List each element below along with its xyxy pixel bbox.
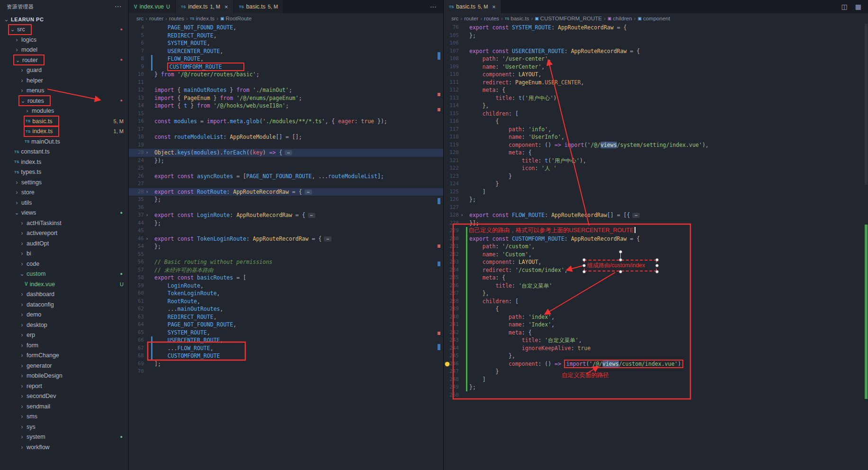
code-line-26[interactable]: 26export const asyncRoutes = [PAGE_NOT_F… bbox=[129, 172, 443, 181]
tree-item-index-ts[interactable]: TSindex.ts1, M bbox=[0, 127, 128, 137]
code-line-121[interactable]: 121 title: t('用户中心'), bbox=[444, 157, 868, 165]
code-line-20[interactable]: 20›Object.keys(modules).forEach((key) =>… bbox=[129, 149, 443, 157]
code-line-244[interactable]: 244 ignoreKeepAlive: true bbox=[444, 344, 868, 352]
code-line-69[interactable]: 69]; bbox=[129, 360, 443, 368]
code-line-44[interactable]: 44}; bbox=[129, 219, 443, 227]
breadcrumb-item-rootroute[interactable]: ▣RootRoute bbox=[220, 16, 252, 21]
tree-item-index-vue[interactable]: Vindex.vueU bbox=[0, 279, 128, 289]
tree-item-model[interactable]: ›model bbox=[0, 45, 128, 55]
code-line-45[interactable]: 45 bbox=[129, 227, 443, 235]
code-line-246[interactable]: 246 component: () => import('/@/views/cu… bbox=[444, 360, 868, 368]
breadcrumb-item-src[interactable]: src bbox=[136, 16, 143, 21]
code-line-115[interactable]: 115 children: [ bbox=[444, 110, 868, 118]
code-editor-left[interactable]: 4 PAGE_NOT_FOUND_ROUTE,5 REDIRECT_ROUTE,… bbox=[129, 24, 443, 470]
breadcrumb-item-router[interactable]: router bbox=[464, 16, 478, 21]
close-icon[interactable]: × bbox=[224, 4, 228, 10]
tree-item-modules[interactable]: ›modules bbox=[0, 106, 128, 117]
code-line-113[interactable]: 113 title: t('用户中心') bbox=[444, 94, 868, 102]
tree-item-constant-ts[interactable]: TSconstant.ts bbox=[0, 147, 128, 157]
code-line-12[interactable]: 12import { mainOutRoutes } from './mainO… bbox=[129, 86, 443, 94]
code-line-10[interactable]: 10} from '/@/router/routes/basic'; bbox=[129, 71, 443, 79]
code-line-58[interactable]: 58export const basicRoutes = [ bbox=[129, 274, 443, 282]
code-line-19[interactable]: 19 bbox=[129, 141, 443, 149]
code-line-15[interactable]: 15 bbox=[129, 110, 443, 118]
code-line-230[interactable]: 230export const CUSTOMFORM_ROUTE: AppRou… bbox=[444, 235, 868, 243]
code-line-54[interactable]: 54}; bbox=[129, 243, 443, 251]
explorer-more-actions-icon[interactable]: ⋯ bbox=[115, 2, 122, 11]
code-line-25[interactable]: 25 bbox=[129, 164, 443, 172]
tree-item-views[interactable]: ⌄views● bbox=[0, 208, 128, 218]
tree-item-index-ts[interactable]: TSindex.ts bbox=[0, 157, 128, 167]
code-line-111[interactable]: 111 redirect: PageEnum.USER_CENTER, bbox=[444, 79, 868, 87]
tree-item-logics[interactable]: ›logics bbox=[0, 35, 128, 45]
breadcrumb-item-customform-route[interactable]: ▣CUSTOMFORM_ROUTE bbox=[535, 16, 602, 21]
code-line-118[interactable]: 118 name: 'UserInfo', bbox=[444, 133, 868, 141]
code-line-64[interactable]: 64 PAGE_NOT_FOUND_ROUTE, bbox=[129, 321, 443, 329]
tree-item-erp[interactable]: ›erp bbox=[0, 330, 128, 341]
code-line-109[interactable]: 109 name: 'UserCenter', bbox=[444, 63, 868, 71]
tree-item-auditopt[interactable]: ›auditOpt bbox=[0, 238, 128, 249]
lightbulb-icon[interactable] bbox=[445, 362, 449, 366]
tree-item-src[interactable]: ⌄src● bbox=[0, 25, 128, 35]
code-line-17[interactable]: 17 bbox=[129, 126, 443, 134]
breadcrumb-item-routes[interactable]: routes bbox=[169, 16, 184, 21]
code-line-27[interactable]: 27 bbox=[129, 180, 443, 188]
code-line-124[interactable]: 124 } bbox=[444, 180, 868, 188]
code-line-66[interactable]: 66 USERCENTER_ROUTE, bbox=[129, 336, 443, 344]
code-line-61[interactable]: 61 RootRoute, bbox=[129, 298, 443, 306]
code-line-108[interactable]: 108 path: '/user-center', bbox=[444, 55, 868, 63]
tab-index-ts[interactable]: TSindex.ts1, M× bbox=[176, 0, 234, 13]
code-line-67[interactable]: 67 ...FLOW_ROUTE, bbox=[129, 344, 443, 352]
code-line-106[interactable]: 106 bbox=[444, 39, 868, 47]
code-line-249[interactable]: 249}; bbox=[444, 383, 868, 391]
code-line-228[interactable]: 228}]; bbox=[444, 219, 868, 227]
code-line-24[interactable]: 24}); bbox=[129, 157, 443, 165]
code-line-114[interactable]: 114 }, bbox=[444, 102, 868, 110]
fold-chevron-icon[interactable]: › bbox=[144, 211, 150, 219]
code-line-63[interactable]: 63 REDIRECT_ROUTE, bbox=[129, 313, 443, 321]
breadcrumb-item-router[interactable]: router bbox=[149, 16, 163, 21]
more-actions-icon[interactable]: ⋯ bbox=[430, 3, 437, 10]
tree-item-sendmail[interactable]: ›sendmail bbox=[0, 401, 128, 412]
code-line-4[interactable]: 4 PAGE_NOT_FOUND_ROUTE, bbox=[129, 24, 443, 32]
code-line-110[interactable]: 110 component: LAYOUT, bbox=[444, 71, 868, 79]
code-line-127[interactable]: 127 bbox=[444, 204, 868, 212]
code-line-16[interactable]: 16const modules = import.meta.glob('./mo… bbox=[129, 118, 443, 126]
code-line-241[interactable]: 241 name: 'Index', bbox=[444, 321, 868, 329]
tree-item-formchange[interactable]: ›formChange bbox=[0, 351, 128, 361]
tree-item-bi[interactable]: ›bi bbox=[0, 249, 128, 259]
code-line-239[interactable]: 239 { bbox=[444, 305, 868, 313]
tree-item-activereport[interactable]: ›activereport bbox=[0, 228, 128, 239]
code-line-235[interactable]: 235 meta: { bbox=[444, 274, 868, 282]
code-line-46[interactable]: 46›export const TokenLoginRoute: AppRout… bbox=[129, 235, 443, 243]
tree-item-acthitaskinst[interactable]: ›actHiTaskinst bbox=[0, 218, 128, 228]
tree-item-code[interactable]: ›code bbox=[0, 259, 128, 269]
code-line-125[interactable]: 125 ] bbox=[444, 188, 868, 196]
tree-item-report[interactable]: ›report bbox=[0, 381, 128, 391]
code-line-119[interactable]: 119 component: () => import('/@/views/sy… bbox=[444, 141, 868, 149]
tree-item-sms[interactable]: ›sms bbox=[0, 412, 128, 422]
split-editor-icon[interactable]: ◫ bbox=[841, 3, 848, 10]
breadcrumb-item-index-ts[interactable]: TSindex.ts bbox=[190, 16, 215, 21]
tree-item-guard[interactable]: ›guard bbox=[0, 65, 128, 76]
code-line-123[interactable]: 123 } bbox=[444, 172, 868, 181]
tree-item-dataconfig[interactable]: ›dataconfig bbox=[0, 299, 128, 310]
code-line-243[interactable]: 243 title: '自定义菜单', bbox=[444, 336, 868, 344]
code-line-68[interactable]: 68 CUSTOMFORM_ROUTE bbox=[129, 352, 443, 360]
tab-basic-ts[interactable]: TSbasic.ts5, M bbox=[234, 0, 284, 13]
code-line-13[interactable]: 13import { PageEnum } from '/@/enums/pag… bbox=[129, 94, 443, 102]
code-line-126[interactable]: 126}; bbox=[444, 196, 868, 204]
tree-item-mainout-ts[interactable]: TSmainOut.ts bbox=[0, 136, 128, 147]
breadcrumb-item-basic-ts[interactable]: TSbasic.ts bbox=[505, 16, 529, 21]
breadcrumb-item-children[interactable]: ▣children bbox=[608, 16, 632, 21]
fold-chevron-icon[interactable]: › bbox=[144, 188, 150, 196]
code-line-122[interactable]: 122 icon: '人 ' bbox=[444, 164, 868, 172]
code-line-9[interactable]: 9 CUSTOMFORM_ROUTE bbox=[129, 63, 443, 71]
tree-item-settings[interactable]: ›settings bbox=[0, 177, 128, 188]
tree-item-types-ts[interactable]: TStypes.ts bbox=[0, 167, 128, 178]
tree-item-store[interactable]: ›store bbox=[0, 188, 128, 198]
code-line-240[interactable]: 240 path: 'index', bbox=[444, 313, 868, 321]
code-line-7[interactable]: 7 USERCENTER_ROUTE, bbox=[129, 47, 443, 55]
code-line-55[interactable]: 55 bbox=[129, 251, 443, 259]
code-line-232[interactable]: 232 name: 'Custom', bbox=[444, 251, 868, 259]
